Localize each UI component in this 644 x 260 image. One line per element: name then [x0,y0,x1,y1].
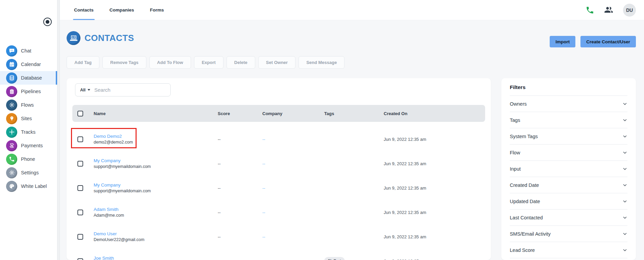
cards-row: All NameScoreCompanyTagsCreated On Demo … [67,78,636,260]
tab-companies[interactable]: Companies [110,0,134,20]
filter-item-last-contacted[interactable]: Last Contacted [510,210,627,226]
row-checkbox[interactable] [77,210,83,215]
row-checkbox[interactable] [77,136,83,142]
filter-item-label: Created Date [510,182,539,188]
filter-item-sms-email-activity[interactable]: SMS/Email Activity [510,226,627,242]
chevron-down-icon [622,101,627,106]
filter-item-flow[interactable]: Flow [510,145,627,161]
company-cell[interactable]: -- [257,186,319,191]
create-contact-user-button[interactable]: Create Contact/User [580,36,636,47]
bulk-actions-row: Add Tag Remove Tags Add To Flow Export D… [67,56,636,69]
contact-name-link[interactable]: My Company [94,158,213,163]
export-button[interactable]: Export [194,56,223,69]
contact-name-link[interactable]: Joe Smith [94,256,213,260]
sidebar-item-settings[interactable]: Settings [0,166,57,179]
sidebar-scrollbar-track[interactable] [57,0,60,260]
sidebar-collapse-toggle-icon[interactable] [43,18,52,26]
tags-cell: FL Test [319,257,379,260]
filters-panel: Filters Owners Tags System Tags Flow Inp… [501,78,636,260]
sidebar-item-label: Pipelines [21,89,41,94]
filter-item-updated-date[interactable]: Updated Date [510,193,627,210]
row-checkbox[interactable] [77,234,83,240]
company-cell[interactable]: -- [257,210,319,215]
contact-name-link[interactable]: My Company [94,182,213,188]
filter-item-lead-score[interactable]: Lead Score [510,242,627,258]
column-header-tags[interactable]: Tags [319,111,379,116]
search-input[interactable] [94,87,166,93]
company-cell[interactable]: -- [257,259,319,260]
set-owner-button[interactable]: Set Owner [258,56,295,69]
filter-item-owners[interactable]: Owners [510,96,627,112]
filter-item-input[interactable]: Input [510,161,627,177]
tab-contacts[interactable]: Contacts [74,0,94,20]
phone-icon [6,154,17,165]
sidebar-item-flows[interactable]: Flows [0,98,57,112]
row-checkbox[interactable] [77,185,83,191]
search-scope-dropdown[interactable]: All [80,88,90,92]
sidebar-item-payments[interactable]: Payments [0,139,57,152]
tab-forms[interactable]: Forms [150,0,164,20]
created-on-cell: Jun 9, 2022 12:35 am [379,259,485,260]
column-header-name[interactable]: Name [89,111,213,116]
column-header-created-on[interactable]: Created On [379,111,485,116]
contact-name-link[interactable]: Demo Demo2 [94,134,213,139]
filter-item-label: Last Contacted [510,215,543,220]
company-cell[interactable]: -- [257,161,319,166]
filter-item-created-date[interactable]: Created Date [510,177,627,193]
phone-call-icon[interactable] [586,6,594,15]
filters-title: Filters [510,84,627,96]
row-checkbox-cell [72,210,89,215]
users-icon[interactable] [604,5,613,15]
sidebar-item-calendar[interactable]: Calendar [0,58,57,71]
column-header-score[interactable]: Score [213,111,257,116]
sidebar-item-tracks[interactable]: Tracks [0,125,57,139]
send-message-button[interactable]: Send Message [299,56,344,69]
contact-name-link[interactable]: Adam Smith [94,207,213,212]
sidebar-item-label: Database [21,75,42,81]
topbar-right: DU [586,0,636,20]
sidebar-item-database[interactable]: Database [0,71,57,85]
sidebar-item-label: White Label [21,183,47,189]
sites-icon [6,113,17,124]
add-tag-button[interactable]: Add Tag [67,56,99,69]
sidebar-item-label: Chat [21,48,31,53]
name-cell: Demo Demo2 demo2@demo2.com [89,134,213,145]
tab-bar: Contacts Companies Forms [74,0,164,20]
filter-item-label: SMS/Email Activity [510,231,551,237]
filter-item-label: Lead Score [510,247,535,253]
row-checkbox-cell [72,234,89,240]
tag-pill: FL Test [324,257,345,260]
created-on-cell: Jun 9, 2022 12:35 am [379,137,485,142]
sidebar-item-label: Calendar [21,62,41,67]
sidebar-item-sites[interactable]: Sites [0,112,57,125]
filter-item-system-tags[interactable]: System Tags [510,128,627,145]
chevron-down-icon [622,150,627,155]
remove-tags-button[interactable]: Remove Tags [102,56,146,69]
contact-name-link[interactable]: Demo User [94,231,213,236]
sidebar-item-pipelines[interactable]: Pipelines [0,85,57,98]
sidebar-item-white-label[interactable]: White Label [0,179,57,193]
select-all-checkbox[interactable] [77,111,83,116]
user-avatar[interactable]: DU [623,4,636,17]
row-checkbox-cell [72,161,89,167]
chevron-down-icon [622,231,627,236]
filter-item-tags[interactable]: Tags [510,112,627,128]
company-cell[interactable]: -- [257,234,319,239]
sidebar-nav: Chat Calendar Database Pipelines Flows S… [0,44,57,193]
table-row: Joe Smith Joe@Smith.com -- -- FL Test Ju… [72,249,485,260]
table-row: My Company support@myemaildomain.com -- … [72,151,485,176]
contact-email: demo2@demo2.com [94,140,213,145]
add-to-flow-button[interactable]: Add To Flow [149,56,191,69]
import-button[interactable]: Import [550,36,575,47]
sidebar-item-phone[interactable]: Phone [0,152,57,166]
score-cell: -- [213,161,257,166]
sidebar: Chat Calendar Database Pipelines Flows S… [0,0,57,260]
company-cell[interactable]: -- [257,137,319,142]
column-header-company[interactable]: Company [257,111,319,116]
sidebar-item-chat[interactable]: Chat [0,44,57,58]
row-checkbox[interactable] [77,258,83,260]
search-scope-value: All [80,88,86,92]
delete-button[interactable]: Delete [226,56,255,69]
table-row: My Company support@myemaildomain.com -- … [72,176,485,200]
row-checkbox[interactable] [77,161,83,167]
